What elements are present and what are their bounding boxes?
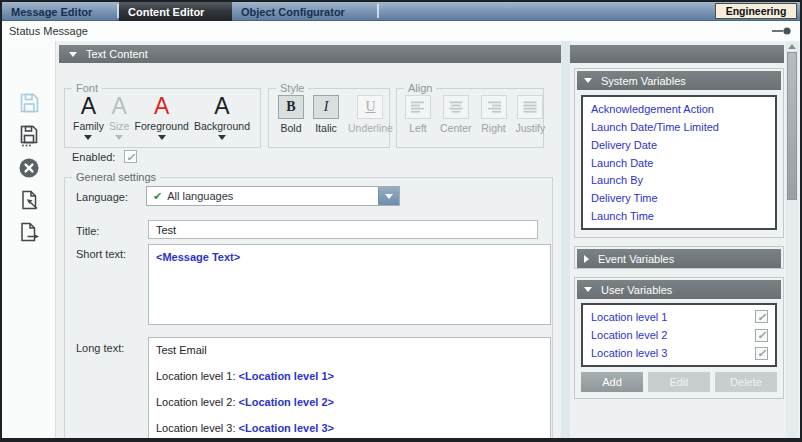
dropdown-arrow-icon [385,194,393,199]
text-content-title: Text Content [86,48,148,60]
list-item[interactable]: Launch Time [591,210,775,222]
vertical-scrollbar[interactable] [786,41,798,438]
list-item[interactable]: Delivery Date [591,139,775,151]
align-justify-label: Justify [516,122,546,134]
location-level-3-token: <Location level 3> [239,422,334,434]
window-border [0,0,802,2]
long-text-line: Location level 1: <Location level 1> [156,370,543,383]
user-variables-header[interactable]: User Variables [577,280,781,299]
italic-button[interactable]: I [313,95,339,119]
font-background-icon: A [214,94,229,119]
enabled-checkbox[interactable] [124,150,137,163]
user-variable-label: Location level 1 [591,311,755,323]
language-label: Language: [76,191,128,203]
align-center-button [443,95,469,119]
align-justify-icon [523,101,537,113]
language-dropdown-button[interactable] [378,187,399,205]
tab-content-editor[interactable]: Content Editor [119,2,232,21]
dropdown-arrow-icon [115,135,123,140]
import-icon[interactable] [16,187,42,213]
align-right-label: Right [481,122,506,134]
list-item[interactable]: Location level 1 [583,310,775,323]
language-dropdown[interactable]: All languages [146,186,400,206]
bold-label: Bold [280,122,301,134]
pin-icon[interactable] [771,26,792,38]
list-item[interactable]: Location level 2 [583,329,775,342]
checkmark-icon [757,311,766,323]
green-check-icon [153,190,162,203]
font-family-button[interactable]: A Family [73,94,104,140]
font-background-label: Background [194,120,250,132]
font-foreground-label: Foreground [135,120,189,132]
export-icon[interactable] [16,219,42,245]
system-variables-panel: System Variables Acknowledgement Action … [574,68,784,238]
underline-button: U [357,95,383,119]
title-input[interactable]: Test [148,220,538,239]
location-level-2-token: <Location level 2> [239,396,334,408]
italic-label: Italic [315,122,337,134]
list-item[interactable]: Location level 3 [583,347,775,360]
collapse-arrow-icon [584,287,592,292]
user-variables-panel: User Variables Location level 1 Location… [574,277,784,399]
style-group: Style B Bold I Italic U Underline [268,88,390,148]
title-label: Title: [76,225,99,237]
font-size-label: Size [109,120,129,132]
user-variable-checkbox[interactable] [755,310,768,323]
tab-bar: Message Editor Content Editor Object Con… [2,2,800,21]
long-text-area[interactable]: Test Email Location level 1: <Location l… [148,337,551,442]
scrollbar-thumb[interactable] [787,52,797,200]
align-group-label: Align [404,82,436,95]
user-variables-title: User Variables [601,284,672,296]
user-variables-actions: Add Edit Delete [581,372,777,392]
list-item[interactable]: Launch By [591,174,775,186]
user-variable-label: Location level 2 [591,329,755,341]
location-level-2-prefix: Location level 2: [156,396,239,408]
event-variables-panel: Event Variables [574,246,784,269]
user-variable-label: Location level 3 [591,347,755,359]
dropdown-arrow-icon [84,135,92,140]
cancel-icon[interactable] [16,155,42,181]
align-center-icon [449,101,463,113]
breadcrumb: Status Message [9,25,88,37]
checkmark-icon [757,347,766,359]
list-item[interactable]: Delivery Time [591,192,775,204]
add-button[interactable]: Add [581,372,643,392]
align-right-button [481,95,507,119]
app-window: Message Editor Content Editor Object Con… [0,0,802,442]
user-variables-list: Location level 1 Location level 2 Locati… [581,303,777,367]
list-item[interactable]: Acknowledgement Action [591,103,775,115]
list-item[interactable]: Launch Date/Time Limited [591,121,775,133]
checkmark-icon [126,151,135,163]
save-as-icon[interactable] [16,123,42,149]
align-left-icon [411,101,425,113]
engineering-mode-label: Engineering [726,5,787,17]
text-content-header[interactable]: Text Content [59,45,784,63]
align-center-label: Center [440,122,472,134]
scroll-up-arrow-icon[interactable] [788,44,796,49]
list-item[interactable]: Launch Date [591,157,775,169]
save-icon [16,90,42,116]
location-level-1-prefix: Location level 1: [156,370,239,382]
tab-object-configurator[interactable]: Object Configurator [232,2,377,21]
long-text-line: Location level 2: <Location level 2> [156,396,543,409]
user-variable-checkbox[interactable] [755,329,768,342]
font-group: Font A Family A Size A Foreground A Back… [64,88,261,148]
system-variables-list: Acknowledgement Action Launch Date/Time … [581,95,777,230]
user-variable-checkbox[interactable] [755,347,768,360]
expand-arrow-icon [584,255,589,263]
short-text-area[interactable]: <Message Text> [148,244,551,325]
tab-message-editor[interactable]: Message Editor [2,2,117,21]
system-variables-title: System Variables [601,75,686,87]
align-right-icon [487,101,501,113]
system-variables-header[interactable]: System Variables [577,71,781,90]
font-foreground-button[interactable]: A Foreground [135,94,189,140]
dropdown-arrow-icon [218,135,226,140]
splitter-handle[interactable] [561,41,570,438]
event-variables-header[interactable]: Event Variables [577,249,781,268]
font-size-icon: A [112,94,127,119]
font-background-button[interactable]: A Background [194,94,250,140]
tab-separator [377,4,379,18]
bold-button[interactable]: B [278,95,304,119]
align-group: Align Left Center Right [396,88,544,148]
long-text-line: Location level 3: <Location level 3> [156,422,543,435]
